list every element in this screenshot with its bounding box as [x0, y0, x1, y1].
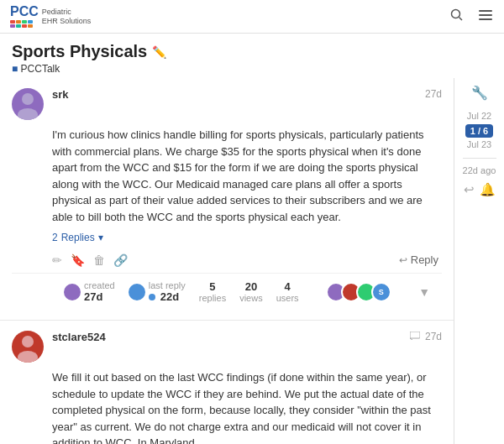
- svg-line-1: [459, 17, 463, 20]
- post-1-username-row: srk 27d: [52, 88, 442, 101]
- logo-dot: [22, 24, 27, 28]
- post-1-meta: srk 27d: [52, 88, 442, 101]
- post-2-body: We fill it out based on the last WCC fin…: [52, 369, 442, 444]
- right-sidebar: 🔧 Jul 22 1 / 6 Jul 23 22d ago ↩ 🔔: [454, 78, 504, 444]
- svg-point-6: [18, 108, 38, 120]
- reply-button-1[interactable]: ↩ Reply: [396, 252, 442, 268]
- post-2-meta: stclare524 27d: [52, 331, 442, 343]
- sidebar-icons-row: ↩ 🔔: [464, 182, 496, 197]
- svg-point-8: [18, 351, 38, 363]
- date-end: Jul 23: [467, 139, 491, 149]
- user-avatar-4: S: [371, 282, 391, 302]
- link-icon[interactable]: 🔗: [113, 253, 128, 267]
- replies-count: 2: [52, 232, 58, 243]
- chevron-down-icon: ▾: [98, 232, 103, 243]
- sidebar-divider: [463, 158, 496, 159]
- replies-stat: 5 replies: [199, 280, 226, 303]
- views-value: 20: [245, 280, 257, 293]
- avatar-2: [12, 331, 44, 363]
- bell-icon[interactable]: 🔔: [480, 182, 496, 197]
- views-stat: 20 views: [239, 280, 263, 303]
- trash-icon[interactable]: 🗑: [93, 253, 105, 267]
- header-icons: [449, 7, 494, 27]
- logo-dot: [22, 20, 27, 24]
- content-area: srk 27d I'm curious how clinics handle b…: [0, 78, 454, 444]
- search-icon: [450, 8, 464, 22]
- header-left: PCC Pediatric EHR Solutions: [10, 5, 91, 28]
- logo-dots: [10, 20, 39, 28]
- breadcrumb-text: PCCTalk: [21, 63, 60, 75]
- bookmark-icon[interactable]: 🔖: [71, 253, 85, 267]
- post-2-username-row: stclare524 27d: [52, 331, 442, 343]
- created-label: created: [84, 280, 115, 290]
- reply-label: Reply: [411, 253, 438, 266]
- creator-avatar: [64, 284, 81, 300]
- reply-icon: ↩: [399, 254, 407, 266]
- sidebar-ago: 22d ago: [463, 165, 496, 175]
- post-1: srk 27d I'm curious how clinics handle b…: [0, 78, 454, 321]
- pencil-icon[interactable]: ✏: [52, 253, 62, 267]
- created-info: created 27d: [84, 280, 115, 303]
- users-value: 4: [284, 280, 290, 293]
- avatar: [12, 88, 44, 120]
- wrench-icon[interactable]: 🔧: [471, 85, 488, 101]
- edit-icon[interactable]: ✏️: [152, 45, 166, 59]
- menu-icon: [479, 8, 492, 22]
- logo-dot: [10, 24, 15, 28]
- online-indicator: [149, 294, 155, 300]
- logo-dot: [10, 20, 15, 24]
- post-2-username: stclare524: [52, 331, 106, 343]
- users-stat: 4 users: [276, 280, 299, 303]
- undo-icon[interactable]: ↩: [464, 182, 475, 197]
- expand-button[interactable]: ▼: [418, 285, 430, 299]
- thread-stats: created 27d last reply 22d: [12, 273, 442, 310]
- logo-sub2: EHR Solutions: [42, 17, 92, 26]
- logo-text-block: PCC: [10, 5, 39, 28]
- post-2-header: stclare524 27d: [12, 331, 442, 363]
- pcc-logo-text: PCC: [10, 5, 39, 18]
- page-header: Sports Physicals ✏️ ■ PCCTalk: [0, 34, 504, 78]
- post-1-time: 27d: [425, 88, 442, 101]
- main-layout: srk 27d I'm curious how clinics handle b…: [0, 78, 504, 444]
- pcc-logo: PCC Pediatric EHR Solutions: [10, 5, 91, 28]
- logo-subtitle: Pediatric EHR Solutions: [42, 8, 92, 26]
- search-button[interactable]: [449, 7, 465, 27]
- page-indicator: 1 / 6: [465, 124, 493, 138]
- post-1-body: I'm curious how clinics handle billing f…: [52, 127, 442, 225]
- message-icon: [410, 332, 420, 340]
- post-1-actions: ✏ 🔖 🗑 🔗 ↩ Reply: [52, 252, 442, 268]
- last-reply-value: 22d: [149, 290, 186, 303]
- logo-dot: [16, 20, 21, 24]
- page-title: Sports Physicals: [12, 42, 147, 61]
- post-1-username: srk: [52, 88, 69, 101]
- post-1-header: srk 27d: [12, 88, 442, 120]
- avatar-image: [12, 88, 44, 120]
- menu-button[interactable]: [477, 7, 494, 27]
- post-2-time-value: 27d: [425, 331, 442, 342]
- blue-dot: [134, 290, 139, 295]
- replies-toggle[interactable]: 2 Replies ▾: [52, 232, 442, 243]
- created-value: 27d: [84, 290, 115, 303]
- svg-rect-4: [479, 18, 492, 20]
- logo-sub1: Pediatric: [42, 8, 92, 17]
- svg-point-5: [22, 93, 34, 105]
- svg-point-0: [452, 9, 460, 18]
- page-current: 1: [470, 126, 475, 136]
- header: PCC Pediatric EHR Solutions: [0, 0, 504, 34]
- breadcrumb[interactable]: ■ PCCTalk: [12, 63, 492, 75]
- page-total: 6: [483, 126, 488, 136]
- logo-dot: [28, 24, 33, 28]
- user-avatars: S: [326, 282, 391, 302]
- last-reply-info: last reply 22d: [149, 280, 186, 303]
- avatar-2-image: [12, 331, 44, 363]
- views-label: views: [239, 293, 263, 303]
- svg-point-7: [22, 336, 34, 347]
- users-label: users: [276, 293, 299, 303]
- post-1-actions-left: ✏ 🔖 🗑 🔗: [52, 253, 128, 267]
- last-reply-time: 22d: [160, 290, 179, 303]
- svg-rect-2: [479, 10, 492, 12]
- post-2-time: 27d: [410, 331, 442, 343]
- post-2: stclare524 27d We fill it out based on t…: [0, 321, 454, 444]
- last-reply-avatar: [129, 284, 145, 300]
- last-reply-label: last reply: [149, 280, 186, 290]
